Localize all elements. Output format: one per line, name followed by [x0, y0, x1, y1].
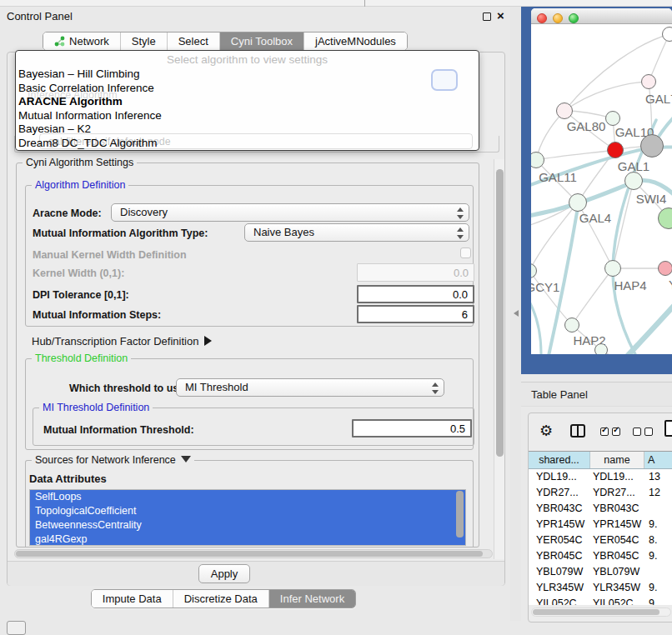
- tab-label: Infer Network: [280, 592, 344, 605]
- hub-tf-definition-toggle[interactable]: Hub/Transcription Factor Definition: [32, 335, 212, 348]
- network-node-swi4[interactable]: [624, 172, 643, 190]
- algorithm-option-list: Bayesian – Hill ClimbingBasic Correlatio…: [16, 68, 479, 151]
- algorithm-option[interactable]: Mutual Information Inference: [16, 109, 479, 123]
- apply-button[interactable]: Apply: [198, 564, 250, 583]
- select-all-columns-icon[interactable]: [600, 428, 620, 436]
- splitter-collapse-icon[interactable]: [514, 310, 519, 317]
- deselect-all-columns-icon[interactable]: [633, 428, 653, 436]
- unchecked-checkbox-icon: [633, 428, 641, 436]
- table-cell: 9.: [644, 517, 672, 532]
- float-panel-icon[interactable]: [483, 12, 491, 21]
- node-label: GAL4: [579, 211, 611, 225]
- which-threshold-combobox[interactable]: MI Threshold: [176, 378, 444, 397]
- table-cell: YIL052C: [590, 596, 644, 605]
- aracne-mode-value: Discovery: [120, 206, 168, 218]
- node-label: GAL11: [539, 170, 577, 184]
- table-cell: YBR045C: [590, 548, 644, 564]
- manual-kernel-checkbox[interactable]: [460, 248, 471, 258]
- tab-impute-data[interactable]: Impute Data: [92, 590, 173, 608]
- network-node-hap4[interactable]: [604, 260, 621, 277]
- network-canvas[interactable]: GAL7GAL80GAL10GAL1GAL11SWI4GAL4GCY1HAP4Y…: [531, 24, 672, 354]
- algorithm-option[interactable]: ARACNE Algorithm: [16, 95, 479, 109]
- table-row[interactable]: YIL052CYIL052C9.: [529, 596, 672, 605]
- column-header-partial[interactable]: A: [644, 452, 672, 468]
- table-row[interactable]: YDL19...YDL19...13: [529, 469, 672, 485]
- table-cell: [644, 564, 672, 580]
- network-node[interactable]: [662, 27, 672, 42]
- control-panel-titlebar: Control Panel ×: [0, 7, 510, 27]
- window-minimize-icon[interactable]: [553, 13, 563, 23]
- column-header-shared-name[interactable]: shared...: [529, 452, 590, 468]
- network-node-gal4[interactable]: [569, 193, 587, 212]
- network-node-gal1[interactable]: [607, 142, 624, 158]
- data-attributes-list[interactable]: SelfLoopsTopologicalCoefficientBetweenne…: [29, 489, 466, 546]
- which-threshold-value: MI Threshold: [185, 381, 248, 393]
- tab-select[interactable]: Select: [168, 32, 220, 50]
- table-row[interactable]: YLR345WYLR345W9.: [529, 580, 672, 596]
- close-icon[interactable]: ×: [497, 8, 504, 22]
- gear-icon[interactable]: ⚙: [539, 422, 553, 439]
- attribute-list-item[interactable]: TopologicalCoefficient: [30, 504, 465, 518]
- table-cell: YBL079W: [529, 564, 590, 580]
- settings-hscrollbar-thumb[interactable]: [16, 551, 483, 557]
- split-columns-icon[interactable]: [570, 424, 585, 438]
- sources-toggle[interactable]: Sources for Network Inference: [32, 454, 194, 466]
- network-node-gal10[interactable]: [605, 111, 620, 126]
- settings-scrollbar-thumb[interactable]: [496, 169, 504, 457]
- network-node[interactable]: [640, 134, 664, 158]
- network-view-frame: GAL7GAL80GAL10GAL1GAL11SWI4GAL4GCY1HAP4Y…: [521, 7, 672, 374]
- network-node-gal11[interactable]: [531, 152, 544, 168]
- kernel-width-field[interactable]: [357, 263, 474, 282]
- panel-splitter[interactable]: [510, 7, 521, 621]
- settings-hscrollbar-track[interactable]: [14, 549, 493, 558]
- algorithm-option[interactable]: Bayesian – K2: [16, 122, 479, 137]
- sources-title: Sources for Network Inference: [35, 454, 176, 466]
- table-row[interactable]: YBR045CYBR045C9.: [529, 548, 672, 564]
- window-zoom-icon[interactable]: [569, 13, 579, 23]
- tab-style[interactable]: Style: [121, 32, 168, 50]
- attribute-list-item[interactable]: SelfLoops: [30, 490, 465, 504]
- network-node[interactable]: [594, 343, 608, 354]
- window-close-icon[interactable]: [537, 13, 547, 23]
- network-node[interactable]: [658, 208, 672, 229]
- algorithm-option[interactable]: Dream8 DC_TDC Algorithm: [16, 137, 479, 151]
- table-cell: YBR045C: [529, 548, 590, 564]
- table-row[interactable]: YER054CYER054C8.: [529, 532, 672, 548]
- network-node-gal7[interactable]: [641, 74, 656, 89]
- mi-threshold-field[interactable]: [352, 419, 472, 438]
- settings-scrollbar-track[interactable]: [494, 159, 504, 559]
- network-window-titlebar[interactable]: [531, 8, 672, 24]
- export-table-icon[interactable]: [664, 420, 672, 437]
- tab-jactivemnodules[interactable]: jActiveMNodules: [304, 32, 407, 50]
- which-threshold-label: Which threshold to use:: [69, 382, 188, 394]
- tab-cyni-toolbox[interactable]: Cyni Toolbox: [220, 32, 304, 50]
- table-hscrollbar-track[interactable]: [531, 608, 671, 617]
- mi-steps-field[interactable]: [357, 305, 474, 323]
- tab-discretize-data[interactable]: Discretize Data: [173, 590, 269, 608]
- algorithm-option[interactable]: Basic Correlation Inference: [16, 82, 479, 96]
- attribute-list-item[interactable]: BetweennessCentrality: [30, 518, 465, 532]
- column-header-name[interactable]: name: [590, 452, 644, 468]
- table-row[interactable]: YBR043CYBR043C: [529, 501, 672, 517]
- tab-network[interactable]: Network: [43, 32, 121, 50]
- network-node-gal80[interactable]: [556, 102, 573, 119]
- table-row[interactable]: YPR145WYPR145W9.: [529, 517, 672, 532]
- collapsed-panel-icon[interactable]: [7, 621, 26, 635]
- table-row[interactable]: YBL079WYBL079W: [529, 564, 672, 580]
- control-panel-tabbar: NetworkStyleSelectCyni ToolboxjActiveMNo…: [0, 32, 450, 51]
- attribute-list-item[interactable]: gal4RGexp: [30, 532, 465, 546]
- attributes-list-scrollbar[interactable]: [456, 491, 464, 538]
- tab-infer-network[interactable]: Infer Network: [269, 590, 355, 608]
- table-cell: YDL19...: [590, 469, 644, 485]
- network-node-hap2[interactable]: [564, 318, 579, 332]
- network-window[interactable]: GAL7GAL80GAL10GAL1GAL11SWI4GAL4GCY1HAP4Y…: [531, 8, 672, 354]
- mi-type-combobox[interactable]: Naive Bayes: [244, 223, 469, 242]
- table-row[interactable]: YDR27...YDR27...12: [529, 485, 672, 501]
- dpi-tolerance-field[interactable]: [357, 285, 474, 303]
- aracne-mode-combobox[interactable]: Discovery: [111, 203, 469, 222]
- table-hscrollbar-thumb[interactable]: [533, 609, 659, 615]
- network-node-gcy1[interactable]: [531, 263, 537, 278]
- algorithm-option[interactable]: Bayesian – Hill Climbing: [16, 68, 479, 82]
- network-node-y[interactable]: [658, 261, 672, 276]
- mi-threshold-label: Mutual Information Threshold:: [43, 424, 194, 436]
